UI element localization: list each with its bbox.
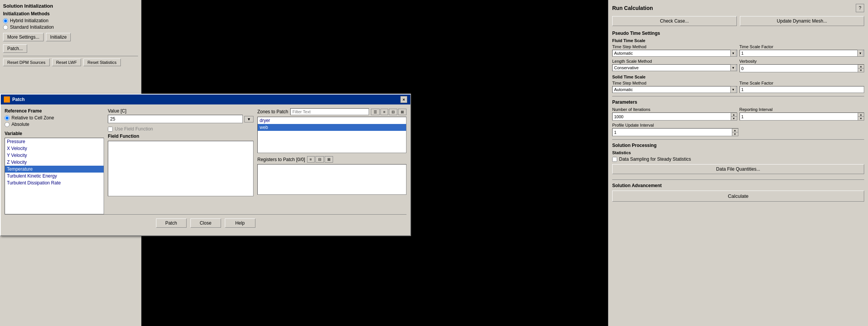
variable-turbulent-kinetic-energy[interactable]: Turbulent Kinetic Energy: [5, 173, 104, 179]
length-scale-method-select-wrapper: Conservative ▼: [612, 64, 737, 71]
run-calculation-panel: Run Calculation ? Check Case... Update D…: [608, 0, 868, 326]
zones-btn-1[interactable]: ☰: [371, 109, 380, 115]
value-label: Value [C]: [108, 108, 254, 114]
calculate-button[interactable]: Calculate: [612, 191, 864, 202]
time-step-method-select[interactable]: Automatic: [612, 50, 737, 57]
verbosity-down-button[interactable]: ▼: [858, 68, 864, 72]
profile-update-interval-down-button[interactable]: ▼: [732, 132, 738, 136]
registers-btn-1[interactable]: ≡: [307, 156, 315, 163]
zone-dryer[interactable]: dryer: [258, 117, 406, 124]
solid-time-scale-grid: Time Step Method Automatic ▼ Time Scale …: [612, 81, 864, 93]
variable-pressure[interactable]: Pressure: [5, 138, 104, 145]
solid-time-step-method-field: Time Step Method Automatic ▼: [612, 81, 737, 93]
time-step-method-field: Time Step Method Automatic ▼: [612, 44, 737, 57]
standard-init-option[interactable]: Standard Initialization: [3, 24, 138, 30]
dialog-titlebar: Patch ×: [1, 95, 410, 104]
reset-stats-button[interactable]: Reset Statistics: [83, 59, 121, 66]
reporting-interval-up-button[interactable]: ▲: [858, 113, 864, 117]
verbosity-label: Verbosity: [740, 59, 865, 64]
field-function-title: Field Function: [108, 134, 254, 139]
dialog-body: Reference Frame Relative to Cell Zone Ab…: [1, 104, 410, 235]
parameters-grid: Number of Iterations ▲ ▼ Reporting Inter…: [612, 107, 864, 121]
solution-advancement-title: Solution Advancement: [612, 183, 864, 188]
absolute-option[interactable]: Absolute: [5, 122, 104, 127]
help-icon-button[interactable]: ?: [856, 4, 864, 12]
profile-update-interval-up-button[interactable]: ▲: [732, 129, 738, 132]
zones-btn-4[interactable]: ⊠: [398, 109, 406, 115]
zone-web[interactable]: web: [258, 124, 406, 131]
reset-lwf-button[interactable]: Reset LWF: [52, 59, 81, 66]
variable-turbulent-dissipation-rate[interactable]: Turbulent Dissipation Rate: [5, 179, 104, 186]
patch-button[interactable]: Patch...: [3, 44, 27, 53]
variable-y-velocity[interactable]: Y Velocity: [5, 152, 104, 159]
hybrid-init-option[interactable]: Hybrid Initialization: [3, 18, 138, 23]
verbosity-spinner-buttons: ▲ ▼: [858, 64, 864, 72]
help-footer-button[interactable]: Help: [225, 218, 255, 228]
zones-to-patch-section: Zones to Patch ☰ ≡ ⊟ ⊠ dryer web: [257, 108, 406, 153]
dialog-close-button[interactable]: ×: [400, 96, 407, 103]
variable-x-velocity[interactable]: X Velocity: [5, 145, 104, 152]
value-input[interactable]: [108, 115, 243, 123]
patch-dialog-icon: [4, 96, 10, 103]
num-iterations-input[interactable]: [612, 112, 731, 121]
num-iterations-up-button[interactable]: ▲: [731, 113, 737, 117]
top-buttons-row: Check Case... Update Dynamic Mesh...: [612, 16, 864, 26]
reset-dpm-button[interactable]: Reset DPM Sources: [3, 59, 50, 66]
init-methods-group: Hybrid Initialization Standard Initializ…: [3, 18, 138, 30]
patch-footer-button[interactable]: Patch: [156, 218, 187, 228]
standard-init-radio[interactable]: [3, 25, 8, 30]
absolute-radio[interactable]: [5, 122, 10, 127]
time-scale-factor-input[interactable]: [740, 50, 865, 57]
length-scale-method-select[interactable]: Conservative: [612, 64, 737, 71]
close-footer-button[interactable]: Close: [190, 218, 221, 228]
reporting-interval-spinner: ▲ ▼: [740, 112, 865, 121]
initialize-button[interactable]: Initialize: [46, 33, 71, 41]
length-scale-method-field: Length Scale Method Conservative ▼: [612, 59, 737, 72]
hybrid-init-label: Hybrid Initialization: [10, 18, 49, 23]
data-file-quantities-button[interactable]: Data File Quantities...: [612, 164, 864, 174]
solid-time-scale-factor-input[interactable]: [740, 86, 865, 93]
registers-to-patch-label: Registers to Patch [0/0]: [257, 157, 305, 162]
hybrid-init-radio[interactable]: [3, 18, 8, 23]
variable-section-title: Variable: [5, 131, 104, 136]
variable-z-velocity[interactable]: Z Velocity: [5, 159, 104, 166]
variable-list: Pressure X Velocity Y Velocity Z Velocit…: [5, 138, 104, 214]
reporting-interval-down-button[interactable]: ▼: [858, 117, 864, 120]
check-case-button[interactable]: Check Case...: [612, 16, 737, 26]
update-dynamic-mesh-button[interactable]: Update Dynamic Mesh...: [740, 16, 865, 26]
zones-to-patch-label: Zones to Patch: [257, 109, 288, 114]
data-sampling-row: Data Sampling for Steady Statistics: [612, 156, 864, 162]
fluid-time-scale-grid: Time Step Method Automatic ▼ Time Scale …: [612, 44, 864, 72]
zones-btn-2[interactable]: ≡: [380, 109, 388, 115]
patch-button-row: Patch...: [3, 44, 138, 53]
registers-btn-2[interactable]: ⊟: [315, 156, 324, 163]
value-section: Value [C] ▼: [108, 108, 254, 123]
more-settings-button[interactable]: More Settings...: [3, 33, 44, 41]
value-dropdown-button[interactable]: ▼: [244, 116, 254, 122]
verbosity-up-button[interactable]: ▲: [858, 65, 864, 68]
num-iterations-spinner-buttons: ▲ ▼: [731, 112, 737, 121]
parameters-title: Parameters: [612, 99, 864, 105]
reporting-interval-spinner-buttons: ▲ ▼: [858, 112, 864, 121]
use-field-function-checkbox[interactable]: [108, 127, 113, 132]
registers-btn-3[interactable]: ⊠: [325, 156, 333, 163]
variable-temperature[interactable]: Temperature: [5, 166, 104, 173]
verbosity-input[interactable]: [740, 64, 858, 72]
length-scale-method-label: Length Scale Method: [612, 59, 737, 64]
data-sampling-checkbox[interactable]: [612, 157, 617, 162]
right-panel-title: Run Calculation: [612, 5, 653, 11]
num-iterations-down-button[interactable]: ▼: [731, 117, 737, 120]
relative-cell-zone-radio[interactable]: [5, 116, 10, 121]
reporting-interval-input[interactable]: [740, 112, 858, 121]
zones-btn-3[interactable]: ⊟: [389, 109, 397, 115]
profile-update-interval-input[interactable]: [612, 128, 732, 136]
solid-time-step-method-select[interactable]: Automatic: [612, 86, 737, 93]
zones-filter-input[interactable]: [290, 108, 369, 115]
right-panel-header: Run Calculation ?: [612, 4, 864, 12]
relative-to-cell-zone-option[interactable]: Relative to Cell Zone: [5, 115, 104, 121]
fluid-time-scale-title: Fluid Time Scale: [612, 38, 864, 43]
time-step-method-select-wrapper: Automatic ▼: [612, 50, 737, 57]
statistics-title: Statistics: [612, 150, 864, 155]
pseudo-time-title: Pseudo Time Settings: [612, 31, 864, 36]
solution-processing-title: Solution Processing: [612, 143, 864, 148]
